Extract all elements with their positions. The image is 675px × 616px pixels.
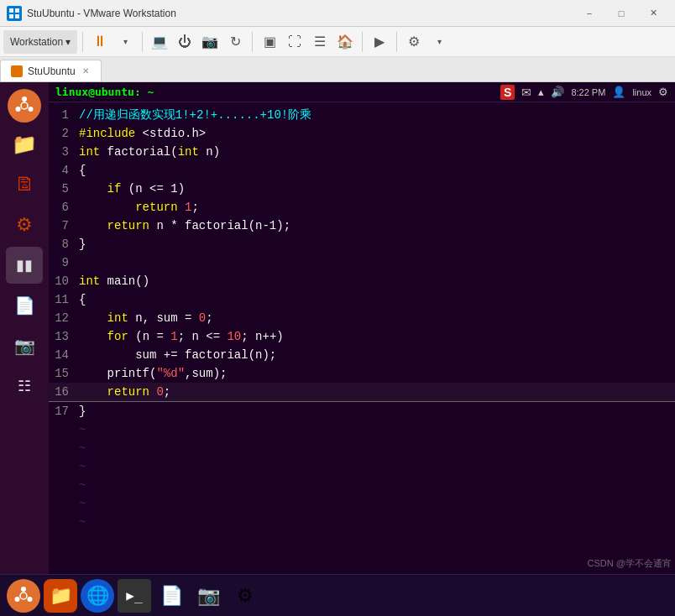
- pause-icon[interactable]: ⏸: [88, 30, 112, 54]
- console-icon[interactable]: ▶: [368, 30, 391, 54]
- maximize-button[interactable]: □: [606, 5, 636, 22]
- code-line-15: 15 printf("%d",sum);: [49, 364, 675, 383]
- system-settings-icon: ⚙: [658, 86, 668, 98]
- snapshot-icon[interactable]: 📷: [198, 30, 222, 54]
- code-line-5: 5 if (n <= 1): [49, 180, 675, 198]
- code-line-13: 13 for (n = 1; n <= 10; n++): [49, 327, 675, 346]
- clock-display: 8:22 PM: [571, 87, 605, 97]
- minimize-button[interactable]: −: [574, 5, 604, 22]
- sidebar-settings-icon[interactable]: ⚙: [6, 206, 43, 243]
- code-tilde-20: ~: [49, 457, 675, 476]
- taskbar-files-icon[interactable]: 📁: [44, 579, 77, 613]
- volume-icon: 🔊: [551, 86, 564, 98]
- toolbar-separator-3: [252, 32, 253, 52]
- workstation-menu[interactable]: Workstation ▾: [3, 30, 77, 54]
- svg-rect-0: [9, 8, 13, 13]
- tab-bar: StuUbuntu ✕: [0, 57, 675, 82]
- sidebar-terminal-icon[interactable]: ▮▮: [6, 247, 43, 284]
- watermark: CSDN @学不会通宵: [588, 557, 672, 570]
- terminal-area: linux@ubuntu: ~ S ✉ ▴ 🔊 8:22 PM 👤 linux …: [49, 82, 675, 616]
- code-line-12: 12 int n, sum = 0;: [49, 309, 675, 327]
- sidebar: 📁 🖺 ⚙ ▮▮ 📄 📷 ☷ 🗑: [0, 82, 49, 616]
- main-area: 📁 🖺 ⚙ ▮▮ 📄 📷 ☷ 🗑 linux@ubuntu: ~ S ✉ ▴ 🔊…: [0, 82, 675, 616]
- vm-tab-stubuntu[interactable]: StuUbuntu ✕: [0, 60, 102, 81]
- code-line-6: 6 return 1;: [49, 198, 675, 217]
- power-icon[interactable]: ⏻: [173, 30, 196, 54]
- user-icon: 👤: [612, 86, 625, 98]
- toolbar-separator-5: [396, 32, 397, 52]
- code-line-3: 3 int factorial(int n): [49, 143, 675, 161]
- svg-point-5: [22, 97, 27, 102]
- code-line-9: 9: [49, 253, 675, 272]
- taskbar-terminal-icon[interactable]: ▶_: [118, 579, 151, 613]
- send-ctrl-alt-del-icon[interactable]: 💻: [148, 30, 171, 54]
- svg-point-10: [21, 587, 26, 592]
- code-tilde-21: ~: [49, 476, 675, 494]
- svg-point-7: [16, 107, 21, 112]
- taskbar-ubuntu-icon[interactable]: [7, 579, 40, 613]
- sidebar-grid-icon[interactable]: ☷: [6, 368, 43, 405]
- svg-rect-2: [9, 14, 13, 18]
- title-bar: StuUbuntu - VMware Workstation − □ ✕: [0, 0, 675, 27]
- svg-point-6: [29, 107, 34, 112]
- window-controls: − □ ✕: [574, 5, 668, 22]
- toolbar-separator-1: [82, 32, 83, 52]
- code-line-11: 11 {: [49, 290, 675, 309]
- vm-tab-close[interactable]: ✕: [81, 65, 91, 77]
- code-tilde-18: ~: [49, 420, 675, 439]
- svg-point-11: [28, 597, 33, 602]
- svg-rect-3: [15, 14, 19, 18]
- toolbar-separator-4: [362, 32, 363, 52]
- fullscreen-icon[interactable]: ⛶: [283, 30, 306, 54]
- sidebar-camera-icon[interactable]: 📷: [6, 327, 43, 364]
- sublime-icon: S: [500, 85, 515, 100]
- settings-icon[interactable]: ⚙: [402, 30, 426, 54]
- toolbar-separator-2: [142, 32, 143, 52]
- wifi-icon: ▴: [538, 86, 544, 98]
- view-icon[interactable]: ▣: [258, 30, 281, 54]
- terminal-status-bar: linux@ubuntu: ~ S ✉ ▴ 🔊 8:22 PM 👤 linux …: [49, 82, 675, 102]
- code-tilde-22: ~: [49, 494, 675, 513]
- app-icon: [7, 6, 22, 21]
- code-line-7: 7 return n * factorial(n-1);: [49, 217, 675, 235]
- svg-rect-1: [15, 8, 19, 13]
- code-line-14: 14 sum += factorial(n);: [49, 346, 675, 364]
- code-tilde-23: ~: [49, 513, 675, 531]
- window-title: StuUbuntu - VMware Workstation: [27, 8, 574, 19]
- terminal-prompt: linux@ubuntu: ~: [55, 86, 500, 98]
- taskbar-text-editor-icon[interactable]: 📄: [154, 579, 188, 613]
- sidebar-apps-icon[interactable]: 🖺: [6, 166, 43, 203]
- taskbar-settings-icon[interactable]: ⚙: [228, 579, 262, 613]
- taskbar-screenshot-icon[interactable]: 📷: [191, 579, 225, 613]
- code-tilde-19: ~: [49, 439, 675, 457]
- sidebar-files-icon[interactable]: 📁: [6, 126, 43, 163]
- code-line-16: 16 return 0;: [49, 383, 675, 402]
- taskbar: 📁 🌐 ▶_ 📄 📷 ⚙: [0, 574, 675, 616]
- screenshot-icon[interactable]: 🏠: [333, 30, 357, 54]
- revert-icon[interactable]: ↻: [223, 30, 247, 54]
- menu-bar: Workstation ▾ ⏸ ▾ 💻 ⏻ 📷 ↻ ▣ ⛶ ☰ 🏠 ▶ ⚙ ▾: [0, 27, 675, 57]
- terminal-status-right: S ✉ ▴ 🔊 8:22 PM 👤 linux ⚙: [500, 85, 668, 100]
- email-icon: ✉: [521, 86, 531, 99]
- code-line-1: 1 //用递归函数实现1!+2!+......+10!阶乘: [49, 106, 675, 124]
- pause-dropdown[interactable]: ▾: [113, 30, 137, 54]
- unity-icon[interactable]: ☰: [308, 30, 332, 54]
- code-editor[interactable]: 1 //用递归函数实现1!+2!+......+10!阶乘 2 #include…: [49, 102, 675, 579]
- code-line-10: 10 int main(): [49, 272, 675, 290]
- sidebar-ubuntu-logo[interactable]: [8, 89, 41, 123]
- settings-dropdown[interactable]: ▾: [427, 30, 451, 54]
- code-line-4: 4 {: [49, 161, 675, 180]
- code-line-17: 17 }: [49, 402, 675, 420]
- vm-tab-icon: [11, 65, 23, 77]
- code-line-8: 8 }: [49, 235, 675, 253]
- svg-point-12: [15, 597, 20, 602]
- taskbar-browser-icon[interactable]: 🌐: [81, 579, 114, 613]
- username-display: linux: [632, 87, 651, 97]
- vm-tab-label: StuUbuntu: [28, 65, 76, 77]
- code-line-2: 2 #include <stdio.h>: [49, 124, 675, 143]
- taskbar-left-icons: 📁 🌐 ▶_ 📄 📷 ⚙: [7, 579, 262, 613]
- close-button[interactable]: ✕: [638, 5, 668, 22]
- sidebar-text-icon[interactable]: 📄: [6, 287, 43, 324]
